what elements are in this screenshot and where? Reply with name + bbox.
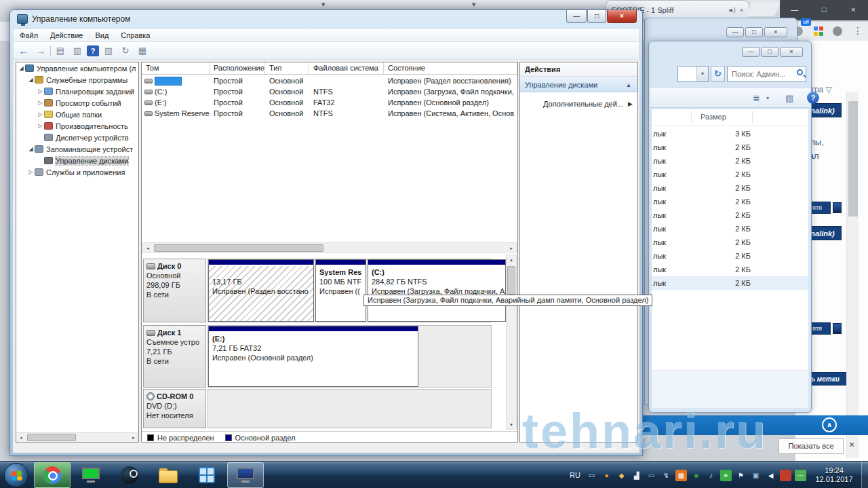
ati-icon[interactable] [780, 470, 791, 481]
expander-icon[interactable]: ▷ [37, 100, 44, 106]
list-item[interactable]: лык 2 КБ [652, 222, 808, 236]
updates-icon[interactable]: ● [601, 470, 612, 481]
column-header[interactable]: Расположение [210, 62, 265, 74]
webpage-scrollbar[interactable] [846, 92, 859, 458]
list-item[interactable]: лык 2 КБ [652, 154, 808, 168]
show-all-button[interactable]: Показать все [778, 438, 844, 454]
collapse-icon[interactable]: ▲ [626, 82, 631, 88]
profile-avatar-icon[interactable] [833, 26, 842, 36]
list-item[interactable]: лык 2 КБ [652, 276, 808, 290]
tree-item[interactable]: Управление дисками [16, 155, 138, 166]
scroll-left-icon[interactable]: ◂ [143, 244, 153, 252]
steam-icon[interactable] [111, 462, 148, 488]
close-button[interactable]: × [780, 47, 803, 57]
export-list-icon[interactable]: ▤ [53, 44, 68, 58]
list-item[interactable]: лык 2 КБ [652, 181, 808, 195]
help-icon[interactable]: ? [807, 92, 819, 104]
column-separator[interactable] [691, 111, 692, 124]
size-column-header[interactable]: Размер [701, 113, 726, 121]
maximize-button[interactable]: □ [761, 47, 778, 57]
minimize-button[interactable]: — [742, 47, 760, 57]
tree-horizontal-scrollbar[interactable]: ◂ ▸ [16, 432, 138, 442]
browser-close-button[interactable]: × [839, 0, 868, 20]
refresh-icon[interactable]: ↻ [118, 44, 133, 58]
menu-item[interactable]: Действие [44, 30, 89, 41]
partition[interactable]: (C:) 284,82 ГБ NTFS Исправен (Загрузка, … [368, 259, 506, 322]
table-row[interactable]: (C:) Простой Основной NTFS Исправен (Заг… [142, 86, 517, 97]
tree-item[interactable]: ▷ Общие папки [16, 109, 138, 120]
table-row[interactable]: System Reserved Простой Основной NTFS Ис… [142, 108, 517, 119]
disk-label-cell[interactable]: Диск 0 Основной 298,09 ГБ В сети [143, 259, 206, 322]
partition[interactable]: System Res 100 МБ NTF Исправен (( [315, 259, 366, 322]
tree-item[interactable]: ▷ Планировщик заданий [16, 86, 138, 97]
scrollbar-thumb[interactable] [154, 244, 323, 252]
tree-item[interactable]: ▷ Просмотр событий [16, 97, 138, 109]
expander-icon[interactable]: ▷ [37, 123, 44, 129]
chrome-icon[interactable] [34, 462, 71, 488]
expander-icon[interactable]: ◢ [27, 146, 35, 152]
sync-icon[interactable]: ≡ [720, 470, 732, 481]
window-controls[interactable]: — □ × [741, 47, 803, 57]
help-icon[interactable]: ? [87, 45, 99, 56]
tree-item[interactable]: ◢ Служебные программы [16, 74, 138, 86]
list-item[interactable]: лык 2 КБ [652, 208, 808, 222]
app-orange-icon[interactable]: ▦ [675, 470, 687, 481]
list-item[interactable]: лык 2 КБ [652, 263, 808, 276]
submenu-arrow-icon[interactable]: ▶ [628, 100, 633, 107]
disk-label-cell[interactable]: CD-ROM 0 DVD (D:) Нет носителя [143, 389, 206, 428]
views-icon[interactable]: ≣ [753, 93, 760, 103]
app-green-icon[interactable]: ■ [690, 470, 702, 481]
start-button[interactable] [4, 463, 28, 487]
menu-item[interactable]: Файл [14, 30, 44, 41]
power-icon[interactable]: ↯ [660, 470, 672, 481]
scroll-right-icon[interactable]: ▸ [507, 244, 516, 252]
address-dropdown[interactable]: ▾ [677, 66, 709, 82]
signal-icon[interactable]: ▟ [631, 470, 642, 481]
menu-item[interactable]: Справка [115, 30, 156, 41]
scrollbar-thumb[interactable] [507, 266, 515, 295]
column-header[interactable]: Состояние [384, 62, 517, 74]
expander-icon[interactable]: ▷ [27, 169, 35, 175]
expander-icon[interactable]: ◢ [18, 65, 25, 71]
expander-icon[interactable]: ▷ [37, 111, 44, 117]
search-input[interactable] [727, 66, 806, 82]
tree-item[interactable]: ◢ Запоминающие устройст [16, 143, 138, 155]
search-box[interactable] [727, 66, 806, 82]
computer-management-icon[interactable] [227, 462, 264, 488]
views-dropdown-icon[interactable]: ▾ [766, 95, 769, 101]
browser-maximize-button[interactable]: □ [809, 0, 838, 20]
column-header[interactable]: Файловая система [309, 62, 384, 74]
tree-item[interactable]: ▷ Производительность [16, 120, 138, 132]
expander-icon[interactable]: ◢ [27, 77, 35, 83]
taskbar-clock[interactable]: 19:24 12.01.2017 [810, 466, 859, 484]
explorer-window[interactable]: — □ × ▾ ↻ ≣ ▾ ▥ ? Размер лык 3 КБ лык 2 [648, 41, 812, 413]
action-center-icon[interactable]: ⚑ [735, 470, 747, 481]
table-row[interactable]: (E:) Простой Основной FAT32 Исправен (Ос… [142, 97, 517, 108]
preview-pane-icon[interactable]: ▥ [785, 93, 793, 103]
network-icon[interactable]: ▣ [750, 470, 762, 481]
partition[interactable]: 13,17 ГБ Исправен (Раздел восстано [208, 259, 314, 322]
refresh-icon[interactable]: ↻ [711, 66, 725, 82]
actions-more-item[interactable]: Дополнительные дей... ▶ [520, 98, 637, 111]
volume-horizontal-scrollbar[interactable]: ◂ ▸ [142, 242, 517, 253]
show-desktop-button[interactable] [861, 462, 868, 488]
scroll-right-icon[interactable]: ▸ [129, 433, 138, 442]
maximize-button[interactable]: □ [745, 27, 763, 37]
list-item[interactable]: лык 2 КБ [652, 195, 808, 208]
tree-item[interactable]: ◢ Управление компьютером (л [16, 62, 138, 74]
minimize-button[interactable]: — [566, 10, 587, 23]
console-tree-icon[interactable]: ▥ [70, 44, 85, 58]
volume-icon[interactable]: ◀ [765, 470, 776, 481]
tab-close-icon[interactable]: × [740, 7, 743, 14]
minimize-button[interactable]: — [726, 27, 744, 37]
webpage-scrollbar-thumb[interactable] [848, 101, 858, 217]
chevron-down-icon[interactable]: ▾ [696, 67, 708, 81]
toolbar-separator[interactable] [50, 45, 51, 56]
maximize-button[interactable]: □ [587, 10, 606, 23]
search-icon[interactable] [797, 69, 803, 75]
expander-icon[interactable]: ▷ [37, 88, 44, 94]
column-header[interactable]: Тип [265, 62, 309, 74]
actions-section-disk-management[interactable]: Управление дисками ▲ [520, 77, 637, 92]
list-item[interactable]: лык 2 КБ [652, 236, 808, 249]
menu-item[interactable]: Вид [89, 30, 115, 41]
